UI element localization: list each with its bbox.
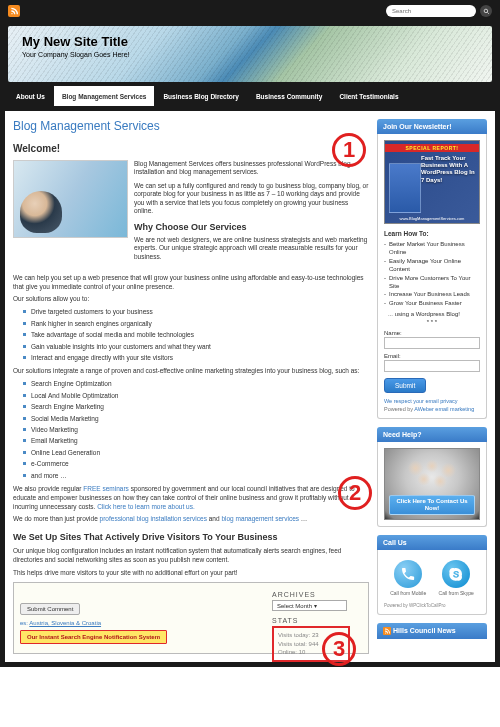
list-item: Gain valuable insights into your custome… (23, 343, 369, 351)
ebook-image[interactable]: SPECIAL REPORT! Fast Track Your Business… (384, 140, 480, 224)
help-para: We can help you set up a web presence th… (13, 274, 369, 292)
notification-callout: Our Instant Search Engine Notification S… (20, 630, 167, 644)
installation-link[interactable]: professional blog installation services (100, 515, 207, 522)
seminars-para: We also provide regular FREE seminars sp… (13, 485, 369, 511)
archives-label: ARCHIVES (272, 591, 362, 598)
ebook-banner: SPECIAL REPORT! (385, 144, 479, 152)
contact-overlay: Click Here To Contact Us Now! (389, 495, 475, 515)
list-item: Online Lead Generation (23, 449, 369, 457)
rss-icon[interactable] (8, 5, 20, 17)
newsletter-submit-button[interactable]: Submit (384, 378, 426, 393)
list-item: Drive More Customers To Your Site (384, 274, 480, 291)
wp-credit: Powered by WPClickToCallPro (384, 603, 480, 608)
setup-para-2: This helps drive more visitors to your s… (13, 569, 369, 578)
list-item: Take advantage of social media and mobil… (23, 331, 369, 339)
help-head: Need Help? (377, 427, 487, 442)
nav-about-us[interactable]: About Us (8, 86, 53, 106)
welcome-heading: Welcome! (13, 143, 369, 154)
list-item: Local And Mobile Optimization (23, 392, 369, 400)
svg-line-1 (487, 12, 488, 13)
nav-business-community[interactable]: Business Community (248, 86, 330, 106)
callus-widget: Call Us Call from Mobile Call from Skype (377, 535, 487, 615)
site-title: My New Site Title (22, 34, 478, 49)
notification-screenshot: Submit Comment es: Austria, Slovenia & C… (13, 582, 369, 654)
skype-icon[interactable] (442, 560, 470, 588)
nav-blog-management[interactable]: Blog Management Services (54, 86, 155, 106)
management-link[interactable]: blog management services (221, 515, 299, 522)
intro-para-2: We can set up a fully configured and rea… (134, 182, 369, 216)
list-item: Drive targeted customers to your busines… (23, 308, 369, 316)
list-item: e-Commerce (23, 460, 369, 468)
list-item: Increase Your Business Leads (384, 290, 480, 298)
list-item: Email Marketing (23, 437, 369, 445)
search-button[interactable] (480, 5, 492, 17)
strategies-list: Search Engine Optimization Local And Mob… (23, 380, 369, 480)
mobile-label: Call from Mobile (390, 590, 426, 596)
submit-comment-button: Submit Comment (20, 603, 80, 615)
setup-heading: We Set Up Sites That Actively Drive Visi… (13, 532, 369, 542)
powered-by: Powered by AWeber email marketing (384, 406, 480, 412)
list-item: Grow Your Business Faster (384, 299, 480, 307)
main-nav: About Us Blog Management Services Busine… (0, 86, 500, 106)
search-input[interactable] (386, 5, 476, 17)
aweber-link[interactable]: AWeber email marketing (414, 406, 474, 412)
name-input[interactable] (384, 337, 480, 349)
svg-point-0 (484, 9, 488, 12)
ebook-title: Fast Track Your Business With A WordPres… (421, 155, 475, 184)
nav-client-testimonials[interactable]: Client Testimonials (331, 86, 406, 106)
nav-business-directory[interactable]: Business Blog Directory (155, 86, 247, 106)
list-item: Video Marketing (23, 426, 369, 434)
list-item: Rank higher in search engines organicall… (23, 320, 369, 328)
solutions-list: Drive targeted customers to your busines… (23, 308, 369, 362)
more-than-para: We do more than just provide professiona… (13, 515, 369, 524)
list-item: Search Engine Optimization (23, 380, 369, 388)
list-item: Easily Manage Your Online Content (384, 257, 480, 274)
header-banner: My New Site Title Your Company Slogan Go… (8, 26, 492, 82)
divider-asterisks: * * * (384, 319, 480, 325)
intro-para-1: Blog Management Services offers business… (134, 160, 369, 177)
integrate-para: Our solutions integrate a range of prove… (13, 367, 369, 376)
learn-heading: Learn How To: (384, 230, 480, 237)
main-content: Blog Management Services Welcome! Blog M… (13, 119, 369, 654)
month-select: Select Month ▾ (272, 600, 347, 611)
stats-label: STATS (272, 617, 362, 624)
learn-list: Better Market Your Business Online Easil… (384, 240, 480, 307)
list-item: Social Media Marketing (23, 415, 369, 423)
help-image[interactable]: Click Here To Contact Us Now! (384, 448, 480, 520)
newsletter-head: Join Our Newsletter! (377, 119, 487, 134)
stats-box: Visits today: 23 Visits total: 944 Onlin… (272, 626, 350, 661)
page-title: Blog Management Services (13, 119, 369, 133)
email-label: Email: (384, 353, 480, 359)
newsletter-widget: Join Our Newsletter! SPECIAL REPORT! Fas… (377, 119, 487, 419)
council-widget: Hills Council News (377, 623, 487, 639)
header: My New Site Title Your Company Slogan Go… (0, 22, 500, 86)
intro-image (13, 160, 128, 238)
list-item: and more … (23, 472, 369, 480)
name-label: Name: (384, 330, 480, 336)
sidebar: Join Our Newsletter! SPECIAL REPORT! Fas… (377, 119, 487, 654)
rss-small-icon (383, 627, 391, 635)
setup-para-1: Our unique blog configuration includes a… (13, 547, 369, 565)
ebook-url: www.BlogManagementServices.com (385, 216, 479, 221)
privacy-link[interactable]: We respect your email privacy (384, 398, 458, 404)
list-item: Interact and engage directly with your s… (23, 354, 369, 362)
council-head: Hills Council News (377, 623, 487, 639)
wordpress-line: ... using a Wordpress Blog! (388, 311, 480, 317)
learn-more-link[interactable]: Click here to learn more about us. (97, 503, 195, 510)
free-seminars-link[interactable]: FREE seminars (83, 485, 129, 492)
why-choose-body: We are not web designers, we are online … (134, 236, 369, 261)
top-bar (0, 0, 500, 22)
site-slogan: Your Company Slogan Goes Here! (22, 51, 478, 58)
list-item: Better Market Your Business Online (384, 240, 480, 257)
email-input[interactable] (384, 360, 480, 372)
callus-head: Call Us (377, 535, 487, 550)
phone-icon[interactable] (394, 560, 422, 588)
solutions-intro: Our solutions allow you to: (13, 295, 369, 304)
skype-label: Call from Skype (439, 590, 474, 596)
places-link: es: Austria, Slovenia & Croatia (20, 620, 258, 626)
why-choose-heading: Why Choose Our Services (134, 222, 369, 232)
list-item: Search Engine Marketing (23, 403, 369, 411)
help-widget: Need Help? Click Here To Contact Us Now! (377, 427, 487, 527)
